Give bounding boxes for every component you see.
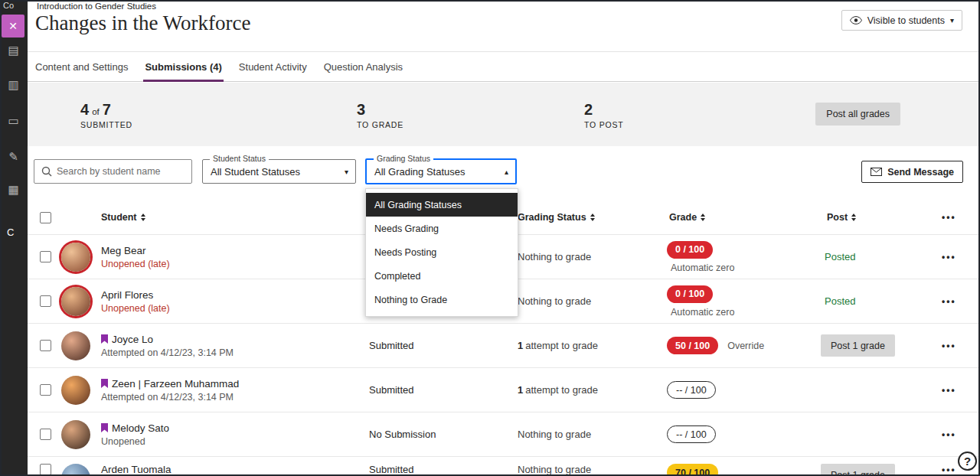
- row-checkbox[interactable]: [40, 340, 51, 351]
- submitted-label: SUBMITTED: [80, 120, 132, 129]
- dropdown-item-completed[interactable]: Completed: [366, 264, 518, 288]
- submission-status: Submitted: [369, 340, 518, 351]
- attempt-text: attempt to grade: [525, 340, 598, 351]
- tab-student-activity[interactable]: Student Activity: [237, 52, 309, 81]
- student-name[interactable]: Zeen | Farzeen Muhammad: [112, 378, 239, 390]
- submitted-of: of: [92, 107, 100, 116]
- post-grade-button[interactable]: Post 1 grade: [821, 334, 895, 357]
- post-grade-button[interactable]: Post 1 grade: [821, 464, 895, 476]
- row-checkbox[interactable]: [40, 464, 51, 475]
- breadcrumb-course-name: Introduction to Gender Studies: [37, 2, 156, 11]
- pencil-icon[interactable]: ✎: [6, 150, 21, 165]
- document-icon[interactable]: ▭: [6, 114, 21, 129]
- row-menu-button[interactable]: •••: [942, 385, 956, 396]
- row-menu-button[interactable]: •••: [942, 296, 956, 307]
- grade-pill[interactable]: 50 / 100: [667, 337, 718, 354]
- tab-submissions[interactable]: Submissions (4): [143, 52, 223, 81]
- tab-question-analysis[interactable]: Question Analysis: [322, 52, 404, 81]
- row-checkbox[interactable]: [40, 295, 51, 307]
- posted-label: Posted: [821, 295, 855, 307]
- send-message-button[interactable]: Send Message: [861, 161, 963, 183]
- grade-note: Automatic zero: [667, 262, 821, 273]
- close-panel-button[interactable]: ✕: [2, 15, 24, 37]
- main-panel: Introduction to Gender Studies Changes i…: [28, 0, 980, 476]
- row-menu-button[interactable]: •••: [942, 465, 956, 475]
- submitted-total: 7: [103, 101, 111, 119]
- content-icon[interactable]: ▤: [6, 44, 21, 58]
- dropdown-item-nothing-to-grade[interactable]: Nothing to Grade: [366, 288, 518, 311]
- calculator-icon[interactable]: ▥: [6, 78, 21, 93]
- dropdown-item-all-grading-statuses[interactable]: All Grading Statuses: [366, 193, 518, 217]
- student-substatus: Attempted on 4/12/23, 3:14 PM: [101, 392, 369, 403]
- column-header-student[interactable]: Student: [101, 212, 369, 223]
- column-header-grade[interactable]: Grade: [667, 212, 821, 223]
- search-input[interactable]: [57, 166, 191, 177]
- student-name[interactable]: Joyce Lo: [112, 334, 153, 345]
- envelope-icon: [871, 168, 882, 176]
- grading-status-cell: Nothing to grade: [518, 251, 667, 262]
- help-button[interactable]: ?: [958, 452, 977, 471]
- student-name[interactable]: Arden Tuomala: [101, 464, 172, 475]
- student-name[interactable]: April Flores: [101, 289, 153, 301]
- table-row: Arden Tuomala Submitted Nothing to grade…: [28, 456, 980, 476]
- grade-note: Automatic zero: [667, 307, 821, 318]
- grade-pill[interactable]: 70 / 100: [667, 464, 718, 476]
- column-header-grading-status[interactable]: Grading Status: [518, 212, 667, 223]
- grade-pill[interactable]: 0 / 100: [667, 285, 713, 303]
- row-menu-button[interactable]: •••: [942, 429, 956, 440]
- grade-pill[interactable]: -- / 100: [667, 381, 716, 399]
- row-checkbox[interactable]: [40, 429, 51, 440]
- student-name[interactable]: Meg Bear: [101, 245, 146, 256]
- submission-status: Submitted: [369, 464, 518, 475]
- to-grade-label: TO GRADE: [357, 120, 403, 129]
- student-search-box: [34, 159, 192, 184]
- table-row: Zeen | Farzeen Muhammad Attempted on 4/1…: [28, 367, 980, 412]
- grade-pill[interactable]: 0 / 100: [667, 241, 713, 259]
- visibility-dropdown-button[interactable]: Visible to students ▾: [841, 10, 962, 31]
- select-all-checkbox[interactable]: [40, 212, 51, 223]
- student-substatus: Attempted on 4/12/23, 3:14 PM: [101, 347, 369, 358]
- row-menu-button[interactable]: •••: [942, 341, 956, 351]
- student-avatar: [61, 243, 90, 272]
- rail-partial-letter: C: [7, 227, 14, 238]
- grading-status-value: All Grading Statuses: [374, 166, 466, 178]
- page-title: Changes in the Workforce: [35, 11, 251, 35]
- search-icon: [41, 166, 52, 177]
- dropdown-item-needs-posting[interactable]: Needs Posting: [366, 240, 518, 264]
- student-substatus: Unopened (late): [101, 259, 369, 269]
- student-substatus: Unopened: [101, 436, 369, 447]
- column-header-post[interactable]: Post: [821, 212, 942, 223]
- grading-status-label: Grading Status: [374, 154, 433, 163]
- grading-status-cell: 1attempt to grade: [518, 340, 667, 351]
- gradebook-icon[interactable]: ▦: [6, 183, 21, 197]
- student-status-value: All Student Statuses: [211, 166, 300, 178]
- row-menu-button[interactable]: •••: [942, 252, 956, 262]
- student-status-select[interactable]: Student Status All Student Statuses ▾: [202, 159, 356, 184]
- grade-pill[interactable]: -- / 100: [667, 425, 716, 443]
- dropdown-item-needs-grading[interactable]: Needs Grading: [366, 217, 518, 240]
- chevron-up-icon: ▴: [505, 168, 508, 176]
- table-menu-button[interactable]: •••: [942, 212, 956, 223]
- sort-icon: [141, 214, 145, 221]
- row-checkbox[interactable]: [40, 251, 51, 262]
- post-all-grades-button[interactable]: Post all grades: [815, 103, 900, 126]
- stat-to-grade: 3 TO GRADE: [357, 101, 403, 129]
- grading-status-select[interactable]: Grading Status All Grading Statuses ▴: [365, 158, 517, 184]
- grading-status-cell: Nothing to grade: [518, 429, 667, 440]
- row-checkbox[interactable]: [40, 384, 51, 396]
- override-label: Override: [727, 341, 764, 351]
- table-row: Melody Sato Unopened No Submission Nothi…: [28, 412, 980, 456]
- student-avatar: [61, 420, 90, 449]
- eye-icon: [850, 16, 862, 24]
- student-avatar: [61, 464, 90, 476]
- accommodation-flag-icon: [101, 423, 108, 432]
- tab-bar: Content and Settings Submissions (4) Stu…: [28, 52, 980, 82]
- visibility-label: Visible to students: [867, 15, 945, 26]
- column-header-student-label: Student: [101, 212, 137, 223]
- student-name[interactable]: Melody Sato: [112, 422, 169, 434]
- student-avatar: [61, 376, 90, 405]
- send-message-label: Send Message: [887, 167, 954, 178]
- tab-content-and-settings[interactable]: Content and Settings: [34, 52, 129, 81]
- accommodation-flag-icon: [101, 379, 108, 388]
- attempt-count: 1: [518, 384, 523, 396]
